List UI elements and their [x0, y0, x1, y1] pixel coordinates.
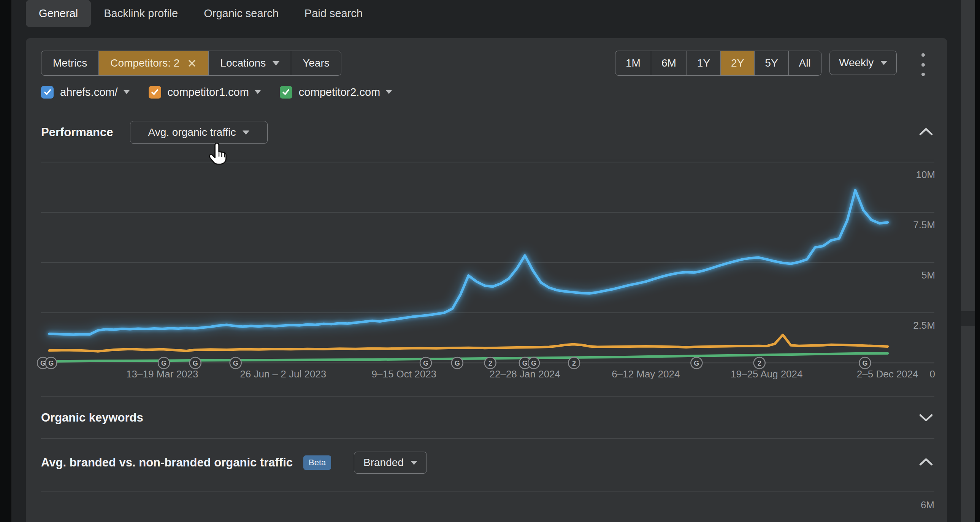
- chevron-down-icon: [410, 461, 417, 465]
- window-edge-strip: [975, 0, 980, 522]
- domain-legend-row: ahrefs.com/ competitor1.com competitor2.…: [41, 85, 411, 99]
- beta-badge: Beta: [303, 455, 331, 470]
- performance-chart-hover-area[interactable]: [41, 160, 934, 401]
- tab-organic-search-label: Organic search: [204, 7, 278, 20]
- range-5y-button[interactable]: 5Y: [754, 51, 788, 75]
- range-all-label: All: [799, 57, 811, 69]
- granularity-label: Weekly: [839, 57, 873, 69]
- tab-general[interactable]: General: [26, 0, 91, 27]
- range-1m-button[interactable]: 1M: [616, 51, 651, 75]
- range-1y-label: 1Y: [697, 57, 710, 69]
- chevron-down-icon: [272, 61, 279, 65]
- branded-chart-y-label: 6M: [877, 499, 934, 511]
- branded-section-header: Avg. branded vs. non-branded organic tra…: [41, 452, 331, 474]
- metrics-filter-label: Metrics: [53, 57, 87, 69]
- competitors-filter-label: Competitors: 2: [110, 57, 180, 69]
- years-filter-button[interactable]: Years: [291, 51, 341, 75]
- scrollbar-notch: [961, 311, 975, 326]
- range-6m-button[interactable]: 6M: [651, 51, 687, 75]
- range-2y-button[interactable]: 2Y: [721, 51, 754, 75]
- divider: [41, 438, 934, 439]
- tab-paid-search-label: Paid search: [304, 7, 363, 20]
- locations-filter-button[interactable]: Locations: [208, 51, 291, 75]
- range-2y-label: 2Y: [731, 57, 744, 69]
- performance-collapse-chevron-icon[interactable]: [919, 127, 933, 136]
- tab-paid-search[interactable]: Paid search: [291, 0, 375, 27]
- range-1y-button[interactable]: 1Y: [687, 51, 721, 75]
- range-5y-label: 5Y: [765, 57, 778, 69]
- range-all-button[interactable]: All: [788, 51, 821, 75]
- report-tabbar: General Backlink profile Organic search …: [26, 0, 375, 27]
- chevron-down-icon: [880, 61, 887, 65]
- time-range-group: 1M 6M 1Y 2Y 5Y All: [615, 51, 821, 76]
- tab-organic-search[interactable]: Organic search: [191, 0, 291, 27]
- range-6m-label: 6M: [662, 57, 676, 69]
- more-options-kebab-icon[interactable]: [918, 52, 928, 78]
- remove-competitors-icon[interactable]: [187, 58, 197, 68]
- branded-dropdown-label: Branded: [363, 457, 404, 469]
- domain-item-competitor2: competitor2.com: [280, 86, 392, 99]
- locations-filter-label: Locations: [220, 57, 266, 69]
- domain-item-competitor1: competitor1.com: [149, 86, 261, 99]
- scrollbar-track[interactable]: [961, 0, 975, 522]
- tab-backlink-profile[interactable]: Backlink profile: [91, 0, 191, 27]
- competitor1-domain-dropdown-icon[interactable]: [255, 90, 261, 94]
- metric-dropdown[interactable]: Avg. organic traffic: [130, 121, 267, 144]
- organic-keywords-expand-chevron-icon[interactable]: [919, 413, 933, 422]
- ahrefs-checkbox[interactable]: [41, 86, 54, 99]
- tab-general-label: General: [39, 7, 78, 20]
- chevron-down-icon: [243, 131, 249, 135]
- metrics-filter-button[interactable]: Metrics: [41, 51, 99, 75]
- tab-backlink-profile-label: Backlink profile: [104, 7, 178, 20]
- performance-section-title: Performance: [41, 126, 113, 139]
- competitor1-domain-label: competitor1.com: [168, 86, 249, 99]
- competitor2-domain-dropdown-icon[interactable]: [386, 90, 392, 94]
- domain-item-ahrefs: ahrefs.com/: [41, 86, 130, 99]
- ahrefs-domain-label: ahrefs.com/: [60, 86, 118, 99]
- branded-dropdown[interactable]: Branded: [354, 452, 427, 474]
- years-filter-label: Years: [302, 57, 329, 69]
- competitors-filter-button[interactable]: Competitors: 2: [99, 51, 208, 75]
- ahrefs-domain-dropdown-icon[interactable]: [124, 90, 130, 94]
- divider: [41, 396, 934, 397]
- branded-collapse-chevron-icon[interactable]: [919, 457, 933, 466]
- organic-keywords-section-title: Organic keywords: [41, 411, 143, 425]
- range-1m-label: 1M: [626, 57, 641, 69]
- metric-dropdown-label: Avg. organic traffic: [148, 126, 236, 139]
- competitor1-checkbox[interactable]: [149, 86, 161, 99]
- report-panel: Metrics Competitors: 2 Locations Years 1…: [26, 38, 947, 522]
- competitor2-domain-label: competitor2.com: [299, 86, 380, 99]
- competitor2-checkbox[interactable]: [280, 86, 292, 99]
- branded-section-title: Avg. branded vs. non-branded organic tra…: [41, 456, 293, 469]
- cursor-pointer-icon: [208, 142, 231, 168]
- window-edge-strip: [0, 0, 11, 522]
- filter-group: Metrics Competitors: 2 Locations Years: [41, 51, 341, 76]
- branded-chart-gridline: [41, 492, 934, 492]
- granularity-dropdown[interactable]: Weekly: [829, 51, 897, 75]
